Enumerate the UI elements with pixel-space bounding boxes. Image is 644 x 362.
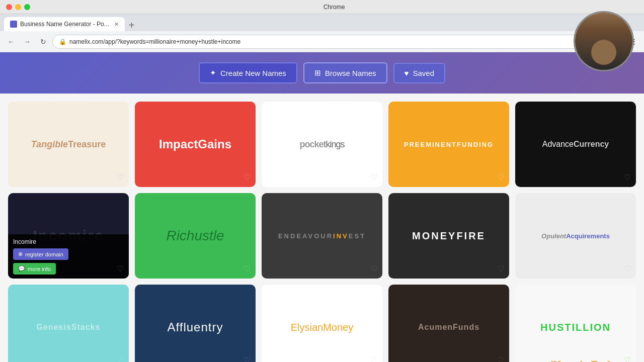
webcam-person [575, 13, 632, 70]
card-name: Richustle [160, 228, 230, 244]
minimize-button[interactable] [15, 4, 21, 10]
card-name: PREEMINENTFUNDING [398, 141, 500, 148]
favorite-icon[interactable]: ♡ [497, 264, 504, 274]
create-icon: ✦ [210, 68, 216, 77]
card-affluentry[interactable]: Affluentry ♡ [135, 285, 256, 362]
card-tangible-treasure[interactable]: TangibleTreasure ♡ [8, 102, 129, 187]
favorite-icon[interactable]: ♡ [244, 264, 251, 274]
tab-title: Business Name Generator - Po... [20, 21, 109, 28]
register-label: register domain [25, 251, 63, 257]
url-text: namelix.com/app/?keywords=millionaire+mo… [69, 38, 240, 45]
tab-close[interactable]: ✕ [114, 21, 119, 28]
new-tab-button[interactable]: + [129, 20, 135, 31]
card-preeminent-funding[interactable]: PREEMINENTFUNDING ♡ [388, 102, 509, 187]
card-name: HUSTILLION [534, 322, 617, 333]
card-pocket-kings[interactable]: pocketkings ♡ [262, 102, 382, 187]
back-button[interactable]: ← [4, 35, 18, 49]
card-acumen-funds[interactable]: AcumenFunds ♡ [388, 285, 509, 362]
popup-title: Incomire [13, 238, 124, 245]
saved-button[interactable]: ♥ Saved [393, 63, 445, 83]
favorite-icon[interactable]: ♡ [117, 172, 124, 182]
browse-icon: ⊞ [314, 68, 321, 77]
close-button[interactable] [6, 4, 12, 10]
window-controls [6, 4, 30, 10]
card-elysian-money[interactable]: ElysianMoney ♡ [262, 285, 382, 362]
forward-button[interactable]: → [20, 35, 34, 49]
tab-favicon [10, 21, 17, 28]
favorite-icon[interactable]: ♡ [624, 264, 631, 274]
create-names-button[interactable]: ✦ Create New Names [199, 62, 297, 83]
favorite-icon[interactable]: ♡ [244, 355, 251, 362]
heart-saved-icon: ♥ [405, 69, 409, 77]
page-header: ✦ Create New Names ⊞ Browse Names ♥ Save… [0, 52, 644, 94]
card-name: MONEYFIRE [406, 230, 492, 242]
favorite-icon[interactable]: ♡ [497, 172, 504, 182]
favorite-icon[interactable]: ♡ [370, 355, 377, 362]
favorite-icon[interactable]: ♡ [624, 172, 631, 182]
webcam-overlay [574, 11, 634, 71]
info-label: more info [28, 266, 51, 272]
card-richustle[interactable]: Richustle ♡ [135, 193, 256, 279]
card-popup: Incomire ⊕ register domain 💬 more info [8, 234, 129, 279]
card-name: TangibleTreasure [25, 139, 112, 150]
browse-names-button[interactable]: ⊞ Browse Names [303, 62, 387, 83]
refresh-button[interactable]: ↻ [36, 35, 50, 49]
favorite-icon[interactable]: ♡ [497, 355, 504, 362]
card-money-fire[interactable]: MONEYFIRE ♡ [388, 193, 509, 279]
card-name: Affluentry [162, 320, 229, 334]
tab-bar: Business Name Generator - Po... ✕ + [0, 14, 644, 31]
mac-titlebar: Chrome [0, 0, 644, 14]
register-domain-button[interactable]: ⊕ register domain [13, 248, 68, 260]
more-info-button[interactable]: 💬 more info [13, 263, 56, 275]
card-name: ElysianMoney [285, 322, 360, 333]
favorite-icon[interactable]: ♡ [117, 355, 124, 362]
browse-label: Browse Names [325, 69, 376, 77]
card-name: GenesisStacks [31, 323, 107, 332]
watermark: iMwarriorTools.com [550, 359, 636, 362]
saved-label: Saved [413, 69, 434, 77]
card-impact-gains[interactable]: ImpactGains ♡ [135, 102, 256, 187]
card-name: ImpactGains [153, 137, 237, 151]
tab-item[interactable]: Business Name Generator - Po... ✕ [4, 17, 125, 31]
card-name: AcumenFunds [412, 323, 486, 332]
card-name: OpulentAcquirements [535, 232, 616, 240]
favorite-icon[interactable]: ♡ [244, 172, 251, 182]
favorite-icon[interactable]: ♡ [117, 264, 124, 274]
card-name: AdvanceCurrency [536, 140, 615, 149]
card-opulent-acquirements[interactable]: OpulentAcquirements ♡ [515, 193, 636, 279]
card-name: ENDEAVOURINVEST [272, 232, 372, 240]
favorite-icon[interactable]: ♡ [370, 172, 377, 182]
create-label: Create New Names [220, 69, 286, 77]
card-name: pocketkings [293, 139, 350, 150]
card-advance-currency[interactable]: AdvanceCurrency ♡ [515, 102, 636, 187]
address-bar[interactable]: 🔒 namelix.com/app/?keywords=millionaire+… [52, 35, 600, 49]
info-icon: 💬 [18, 265, 25, 272]
card-endeavour-invest[interactable]: ENDEAVOURINVEST ♡ [262, 193, 382, 279]
favorite-icon[interactable]: ♡ [370, 264, 377, 274]
chrome-toolbar: ← → ↻ 🔒 namelix.com/app/?keywords=millio… [0, 31, 644, 52]
window-title: Chrome [30, 4, 638, 11]
register-icon: ⊕ [18, 251, 23, 257]
card-genesis-stacks[interactable]: GenesisStacks ♡ [8, 285, 129, 362]
cards-grid: TangibleTreasure ♡ ImpactGains ♡ pocketk… [0, 94, 644, 362]
card-incomire[interactable]: Incomire Incomire ⊕ register domain 💬 mo… [8, 193, 129, 279]
card-hustillion[interactable]: HUSTILLION ♡ [515, 285, 636, 362]
maximize-button[interactable] [24, 4, 30, 10]
